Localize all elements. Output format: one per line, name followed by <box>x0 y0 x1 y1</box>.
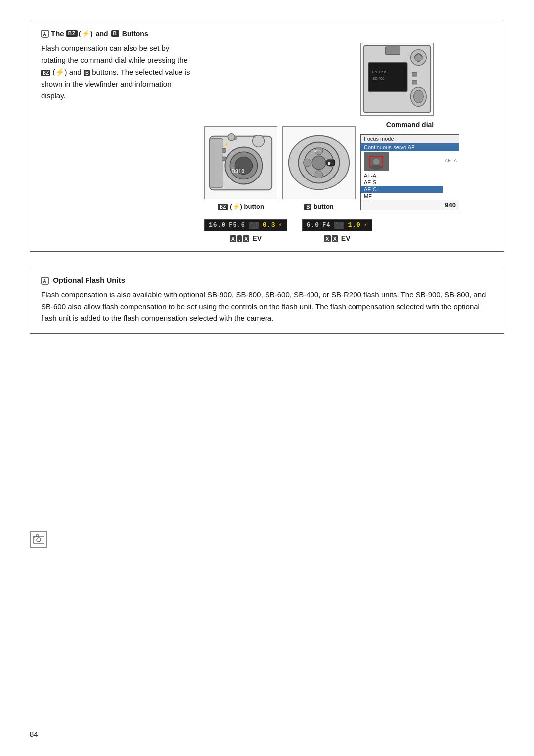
camera3-and-display: 1/60 F5.6 ISO 400 Command dial <box>360 43 459 210</box>
focus-counter: 940 <box>361 200 459 210</box>
page-number: 84 <box>30 730 38 738</box>
svg-point-31 <box>414 90 424 103</box>
camera1-label: BZ (⚡) button <box>218 202 264 210</box>
ev1-x3: X <box>243 235 249 242</box>
lcd2-shutter: 6.0 <box>307 222 319 229</box>
ev-block-2: 6.0 F4 ⬛ 1.0 ⚡ XX EV <box>302 219 372 242</box>
ev2-label: EV <box>341 234 351 242</box>
camera2-svg: info B <box>283 127 355 199</box>
optional-pencil-icon <box>41 277 49 285</box>
svg-point-9 <box>228 134 235 141</box>
camera-icon-sidebar <box>30 531 47 548</box>
inline-flash-sym: ⚡ <box>55 68 65 76</box>
svg-point-18 <box>315 171 323 178</box>
focus-mf: MF <box>361 193 443 200</box>
lcd-display-1: 16.0 F5.6 ⬛ 0.3 ⚡ <box>204 219 287 231</box>
camera1-svg: D310 ⚡ <box>205 127 277 199</box>
ev1-x1: X <box>230 235 236 242</box>
lcd1-shutter: 16.0 <box>209 222 226 229</box>
focus-mode-thumb <box>364 152 389 171</box>
ev1-label: EV <box>252 234 262 242</box>
lcd2-flash-sym: ⚡ <box>364 222 368 229</box>
focus-af-s: AF-S <box>361 179 443 186</box>
svg-text:⚡: ⚡ <box>224 142 229 147</box>
text-column: Flash compensation can also be set by ro… <box>41 43 194 102</box>
svg-point-21 <box>312 156 326 170</box>
ev-label-2: XX EV <box>324 234 350 242</box>
lcd-display-2: 6.0 F4 ⬛ 1.0 ⚡ <box>302 219 372 231</box>
main-box: The BZ ( ⚡ ) and B Buttons Flash compens… <box>30 20 504 252</box>
camera2-label: B button <box>304 202 334 210</box>
page-container: The BZ ( ⚡ ) and B Buttons Flash compens… <box>0 0 534 756</box>
svg-rect-33 <box>412 80 417 84</box>
ev-label-1: X.X EV <box>230 234 262 242</box>
ev-section: 16.0 F5.6 ⬛ 0.3 ⚡ X.X EV <box>204 219 372 242</box>
focus-af-c: AF-C <box>361 186 443 193</box>
focus-mode-selected: Continuous-servo AF <box>361 143 459 151</box>
lcd1-mode: ⬛ <box>249 222 259 229</box>
optional-text: Flash compensation is also available wit… <box>41 289 493 324</box>
svg-text:B: B <box>328 161 331 166</box>
camera3-drawing: 1/60 F5.6 ISO 400 <box>360 43 434 116</box>
svg-point-19 <box>303 159 311 167</box>
svg-point-39 <box>370 165 382 170</box>
images-column: D310 ⚡ BZ (⚡) button <box>204 43 493 242</box>
svg-text:1/60 F5.6: 1/60 F5.6 <box>372 70 386 74</box>
camera1-drawing: D310 ⚡ <box>204 126 277 199</box>
section-title: The BZ ( ⚡ ) and B Buttons <box>41 29 493 38</box>
focus-af-label-right: AF-A <box>445 158 457 164</box>
ev-row: 16.0 F5.6 ⬛ 0.3 ⚡ X.X EV <box>204 219 372 242</box>
ev1-x2: . <box>237 235 242 242</box>
ev2-x1: X <box>324 235 330 242</box>
camera1-block: D310 ⚡ BZ (⚡) button <box>204 126 277 210</box>
content-row: Flash compensation can also be set by ro… <box>41 43 493 242</box>
inline-bz-icon: BZ <box>41 70 50 76</box>
svg-rect-43 <box>36 535 39 537</box>
svg-rect-11 <box>222 148 226 152</box>
camera-images-row: D310 ⚡ BZ (⚡) button <box>204 43 459 210</box>
svg-rect-27 <box>385 47 400 55</box>
svg-rect-2 <box>210 139 223 188</box>
lcd2-mode: ⬛ <box>334 222 344 229</box>
svg-rect-32 <box>412 72 417 76</box>
body-text: Flash compensation can also be set by ro… <box>41 43 194 102</box>
svg-point-8 <box>253 135 265 147</box>
lcd2-ev-val: 1.0 <box>348 222 360 229</box>
lcd1-flash-sym: ⚡ <box>278 222 282 229</box>
focus-mode-display: Focus mode Continuous-servo AF <box>360 134 459 210</box>
title-the: The <box>51 29 64 38</box>
camera2-drawing: info B <box>282 126 356 199</box>
focus-af-a: AF-A <box>361 172 443 179</box>
title-icon1: BZ ( ⚡ ) and B Buttons <box>66 30 148 38</box>
camera3-svg: 1/60 F5.6 ISO 400 <box>361 43 433 115</box>
camera3-block: 1/60 F5.6 ISO 400 Command dial <box>360 43 459 210</box>
ev-block-1: 16.0 F5.6 ⬛ 0.3 ⚡ X.X EV <box>204 219 287 242</box>
svg-text:info: info <box>314 149 321 153</box>
svg-point-42 <box>37 538 41 542</box>
camera-icon-svg <box>33 534 44 544</box>
focus-mode-title-label: Focus mode <box>361 135 459 143</box>
optional-box: Optional Flash Units Flash compensation … <box>30 267 504 334</box>
svg-point-44 <box>34 537 35 538</box>
ev2-x2: X <box>332 235 338 242</box>
svg-point-29 <box>415 54 423 62</box>
svg-text:D310: D310 <box>231 168 244 174</box>
optional-title: Optional Flash Units <box>41 276 493 285</box>
camera2-block: info B B button <box>282 126 356 210</box>
svg-rect-12 <box>222 157 226 161</box>
svg-text:ISO 400: ISO 400 <box>372 77 384 80</box>
inline-b-icon: B <box>84 70 90 76</box>
optional-title-text: Optional Flash Units <box>53 276 125 284</box>
lcd1-ev-val: 0.3 <box>263 222 275 229</box>
focus-thumb-svg <box>364 152 389 171</box>
svg-point-38 <box>373 159 379 165</box>
camera3-label: Command dial <box>360 121 459 129</box>
pencil-icon <box>41 30 49 38</box>
lcd1-aperture: F5.6 <box>229 222 245 229</box>
lcd2-aperture: F4 <box>322 222 330 229</box>
